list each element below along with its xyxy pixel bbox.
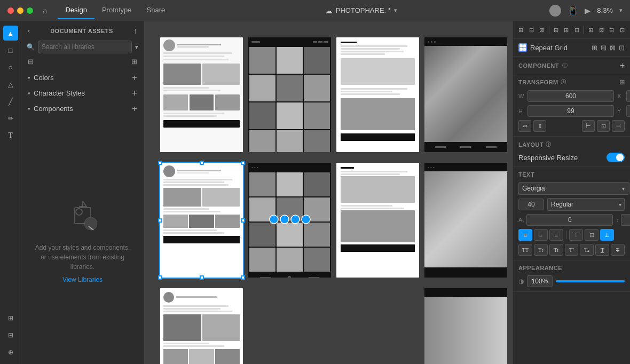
add-component-panel-button[interactable]: + [620, 61, 625, 70]
distribute-vert-icon[interactable]: ⊞ [562, 24, 571, 36]
components-section-row[interactable]: ▾ Components + [21, 101, 144, 116]
frame-card[interactable] [160, 288, 243, 364]
all-caps-button[interactable]: TT [518, 244, 532, 256]
delete-icon[interactable]: ⊡ [619, 44, 625, 52]
yellow-light[interactable] [17, 7, 23, 14]
repeat-grid-label[interactable]: Repeat Grid [530, 44, 568, 52]
height-input[interactable] [527, 105, 614, 117]
font-style-select[interactable]: Regular [547, 198, 625, 211]
line-height-input[interactable] [621, 214, 630, 226]
zoom-dropdown[interactable]: ▾ [619, 7, 623, 14]
opacity-bar[interactable] [556, 280, 625, 282]
chevron-down-icon[interactable]: ▾ [394, 7, 397, 14]
align-right-edge[interactable]: ⊣ [612, 120, 625, 132]
align-middle-icon[interactable]: ⊠ [596, 24, 606, 36]
panel-back-icon[interactable]: ‹ [28, 27, 30, 35]
home-icon[interactable]: ⌂ [43, 6, 47, 15]
text-valign-bottom-button[interactable]: ⊥ [600, 229, 614, 241]
red-light[interactable] [7, 7, 14, 14]
ellipse-tool[interactable]: ○ [3, 60, 18, 75]
svg-point-1 [76, 209, 82, 215]
search-input[interactable] [38, 41, 132, 53]
frame-card[interactable] [336, 163, 419, 278]
capitalize-button[interactable]: Tt [549, 244, 563, 256]
main-area: ▲ □ ○ △ ╱ ✏ T ⊞ ⊟ ⊕ ‹ DOCUMENT ASSETS ↑ … [0, 21, 630, 364]
add-component-button[interactable]: + [132, 104, 137, 113]
frame-card[interactable] [160, 37, 243, 152]
align-left-icon[interactable]: ⊞ [516, 24, 526, 36]
pen-tool[interactable]: ✏ [3, 111, 18, 126]
frame-card[interactable] [424, 37, 507, 152]
layout-info-icon[interactable]: ⓘ [546, 141, 552, 148]
add-character-style-button[interactable]: + [132, 89, 137, 98]
text-align-center-button[interactable]: ≡ [534, 229, 548, 241]
flip-horiz-button[interactable]: ⇔ [518, 120, 531, 132]
frame-card[interactable]: • • • [424, 163, 507, 278]
superscript-button[interactable]: T² [565, 244, 579, 256]
grid-view-icon[interactable]: ⊞ [131, 58, 137, 66]
triangle-tool[interactable]: △ [3, 77, 18, 92]
view-libraries-link[interactable]: View Libraries [62, 276, 103, 283]
align-center-h[interactable]: ⊡ [597, 120, 610, 132]
layers-tool[interactable]: ⊟ [3, 328, 18, 343]
select-tool[interactable]: ▲ [3, 26, 18, 41]
character-styles-section-row[interactable]: ▾ Character Styles + [21, 85, 144, 101]
tab-prototype[interactable]: Prototype [94, 2, 139, 19]
x-input[interactable] [626, 90, 630, 102]
frame-card[interactable] [248, 37, 331, 152]
letter-spacing-input[interactable] [526, 214, 613, 226]
small-caps-button[interactable]: Tt [534, 244, 548, 256]
align-right-icon[interactable]: ⊠ [537, 24, 547, 36]
responsive-resize-toggle[interactable] [607, 153, 625, 162]
component-info-icon[interactable]: ⓘ [562, 62, 568, 69]
green-light[interactable] [27, 7, 33, 14]
align-bottom-icon[interactable]: ⊞ [586, 24, 596, 36]
repeat-grid-row: Repeat Grid ⊞ ⊟ ⊠ ⊡ [513, 39, 630, 57]
frame-repeat-grid[interactable]: • • • [248, 163, 331, 278]
canvas[interactable]: • • • [144, 21, 513, 364]
opacity-input[interactable] [527, 275, 553, 287]
components-tool[interactable]: ⊞ [3, 311, 18, 326]
text-align-right-button[interactable]: ≡ [549, 229, 563, 241]
copy3-icon[interactable]: ⊠ [610, 44, 616, 52]
transform-3d-icon[interactable]: ⊞ [619, 78, 625, 86]
transform-info-icon[interactable]: ⓘ [561, 78, 566, 86]
font-family-select[interactable]: Georgia [518, 182, 629, 195]
frame-card-selected[interactable] [160, 163, 243, 278]
text-valign-top-button[interactable]: ⊤ [569, 229, 583, 241]
device-icon[interactable]: 📱 [568, 5, 578, 15]
add-color-button[interactable]: + [132, 73, 137, 82]
y-input[interactable] [626, 105, 630, 117]
copy2-icon[interactable]: ⊟ [601, 44, 607, 52]
copy-icon[interactable]: ⊞ [592, 44, 597, 52]
align-center-icon[interactable]: ⊟ [527, 24, 537, 36]
play-button[interactable]: ▶ [585, 6, 590, 15]
align-full-icon[interactable]: ⊡ [618, 24, 627, 36]
frame-card[interactable] [336, 37, 419, 152]
chevron-down-icon: ▾ [28, 75, 30, 81]
strikethrough-button[interactable]: T [611, 244, 625, 256]
frame-card[interactable] [424, 288, 507, 364]
subscript-button[interactable]: T₂ [580, 244, 594, 256]
tab-design[interactable]: Design [58, 2, 94, 19]
align-stretch-icon[interactable]: ⊟ [607, 24, 617, 36]
width-input[interactable] [527, 90, 614, 102]
distribute-horiz-icon[interactable]: ⊟ [551, 24, 561, 36]
chevron-down-icon[interactable]: ▾ [135, 44, 138, 51]
text-valign-mid-button[interactable]: ⊟ [585, 229, 598, 241]
align-top-icon[interactable]: ⊡ [572, 24, 582, 36]
avatar[interactable] [549, 5, 561, 17]
plugins-tool[interactable]: ⊕ [3, 345, 18, 360]
panel-export-icon[interactable]: ↑ [133, 27, 137, 35]
flip-vert-button[interactable]: ⇕ [533, 120, 546, 132]
tab-share[interactable]: Share [139, 2, 173, 19]
underline-button[interactable]: T [595, 244, 609, 256]
rectangle-tool[interactable]: □ [3, 43, 18, 58]
text-tool[interactable]: T [3, 128, 18, 143]
align-left-edge[interactable]: ⊢ [582, 120, 595, 132]
text-align-left-button[interactable]: ≡ [518, 229, 532, 241]
font-size-input[interactable] [518, 199, 544, 210]
colors-section-row[interactable]: ▾ Colors + [21, 70, 144, 85]
line-tool[interactable]: ╱ [3, 94, 18, 109]
filter-icon[interactable]: ⊟ [28, 58, 34, 66]
